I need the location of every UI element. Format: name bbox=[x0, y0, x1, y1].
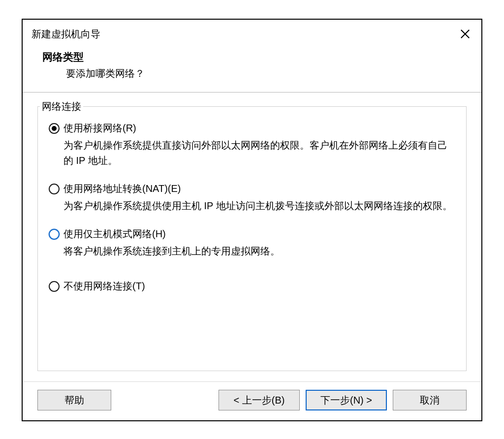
radio-label-none: 不使用网络连接(T) bbox=[63, 280, 145, 293]
close-icon bbox=[460, 29, 471, 39]
group-label: 网络连接 bbox=[40, 100, 83, 113]
radio-nat[interactable]: 使用网络地址转换(NAT)(E) bbox=[49, 182, 455, 195]
radio-icon bbox=[49, 184, 60, 194]
dialog-title: 新建虚拟机向导 bbox=[32, 28, 100, 41]
radio-option-hostonly: 使用仅主机模式网络(H) 将客户机操作系统连接到主机上的专用虚拟网络。 bbox=[49, 227, 455, 259]
radio-desc-hostonly: 将客户机操作系统连接到主机上的专用虚拟网络。 bbox=[49, 241, 455, 259]
page-subtitle: 要添加哪类网络？ bbox=[42, 64, 462, 80]
titlebar: 新建虚拟机向导 bbox=[23, 20, 481, 45]
close-button[interactable] bbox=[458, 27, 472, 41]
radio-option-bridged: 使用桥接网络(R) 为客户机操作系统提供直接访问外部以太网网络的权限。客户机在外… bbox=[49, 122, 455, 168]
radio-hostonly[interactable]: 使用仅主机模式网络(H) bbox=[49, 227, 455, 241]
radio-option-nat: 使用网络地址转换(NAT)(E) 为客户机操作系统提供使用主机 IP 地址访问主… bbox=[49, 182, 455, 214]
cancel-button[interactable]: 取消 bbox=[393, 390, 467, 410]
radio-desc-nat: 为客户机操作系统提供使用主机 IP 地址访问主机拨号连接或外部以太网网络连接的权… bbox=[49, 195, 455, 214]
radio-option-none: 不使用网络连接(T) bbox=[49, 280, 455, 293]
network-connection-group: 网络连接 使用桥接网络(R) 为客户机操作系统提供直接访问外部以太网网络的权限。… bbox=[37, 106, 467, 371]
radio-icon bbox=[49, 281, 60, 292]
radio-icon bbox=[49, 229, 60, 240]
help-button[interactable]: 帮助 bbox=[37, 390, 111, 410]
content-area: 网络连接 使用桥接网络(R) 为客户机操作系统提供直接访问外部以太网网络的权限。… bbox=[23, 93, 481, 381]
radio-desc-bridged: 为客户机操作系统提供直接访问外部以太网网络的权限。客户机在外部网络上必须有自己的… bbox=[49, 135, 455, 168]
back-button[interactable]: < 上一步(B) bbox=[219, 390, 300, 410]
radio-bridged[interactable]: 使用桥接网络(R) bbox=[49, 122, 455, 135]
wizard-dialog: 新建虚拟机向导 网络类型 要添加哪类网络？ 网络连接 使用桥接网络(R) 为客户… bbox=[22, 19, 482, 421]
next-button[interactable]: 下一步(N) > bbox=[306, 390, 387, 410]
radio-label-hostonly: 使用仅主机模式网络(H) bbox=[63, 227, 166, 241]
page-title: 网络类型 bbox=[42, 50, 462, 64]
header-section: 网络类型 要添加哪类网络？ bbox=[23, 45, 481, 92]
radio-label-nat: 使用网络地址转换(NAT)(E) bbox=[63, 182, 181, 195]
button-row: 帮助 < 上一步(B) 下一步(N) > 取消 bbox=[23, 381, 481, 420]
radio-label-bridged: 使用桥接网络(R) bbox=[63, 122, 136, 135]
radio-icon bbox=[49, 123, 60, 134]
radio-none[interactable]: 不使用网络连接(T) bbox=[49, 280, 455, 293]
